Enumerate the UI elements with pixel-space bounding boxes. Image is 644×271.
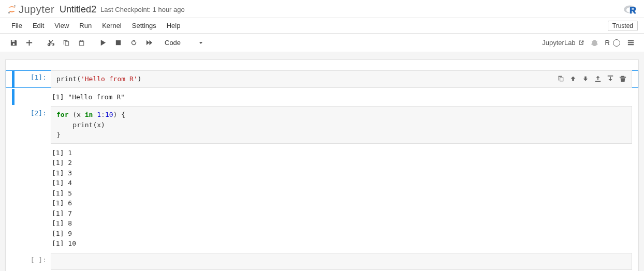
- save-button[interactable]: [6, 36, 21, 50]
- celltype-label: Code: [165, 39, 181, 47]
- input-prompt: [2]:: [14, 106, 51, 144]
- jupyter-logo[interactable]: Jupyter: [6, 4, 54, 16]
- menu-bar: FileEditViewRunKernelSettingsHelp Truste…: [0, 18, 644, 34]
- menu-view[interactable]: View: [49, 19, 74, 33]
- notebook: [1]:print('Hello from R')[1] "Hello from…: [5, 59, 639, 271]
- code-cell[interactable]: [1]:print('Hello from R'): [6, 70, 638, 88]
- code-input[interactable]: print('Hello from R'): [51, 70, 632, 88]
- delete-button[interactable]: [617, 73, 628, 84]
- input-prompt: [ ]:: [14, 253, 51, 270]
- r-kernel-logo: [623, 3, 638, 16]
- insert-cell-button[interactable]: [22, 36, 36, 50]
- insert-above-button[interactable]: [592, 73, 604, 84]
- kernel-name[interactable]: R: [605, 39, 610, 47]
- restart-button[interactable]: [126, 36, 141, 50]
- trusted-indicator[interactable]: Trusted: [608, 21, 638, 31]
- output-prompt: [14, 89, 51, 106]
- external-link-icon: [578, 39, 584, 46]
- cell-body: print('Hello from R'): [51, 70, 632, 88]
- svg-rect-4: [115, 40, 120, 45]
- notebook-header: Jupyter Untitled2 Last Checkpoint: 1 hou…: [0, 0, 644, 18]
- kernel-status-indicator[interactable]: [613, 39, 620, 47]
- cell-toolbar: [555, 73, 628, 84]
- output-row: [1] 1 [1] 2 [1] 3 [1] 4 [1] 5 [1] 6 [1] …: [6, 145, 638, 252]
- cell-output: [1] "Hello from R": [51, 89, 632, 106]
- code-input[interactable]: [51, 253, 632, 270]
- cell-body: [51, 253, 632, 270]
- chevron-down-icon: [198, 40, 203, 46]
- move-down-button[interactable]: [580, 73, 591, 84]
- insert-below-button[interactable]: [605, 73, 616, 84]
- cell-body: for (x in 1:10) { print(x) }: [51, 106, 632, 144]
- menu-file[interactable]: File: [6, 19, 27, 33]
- run-button[interactable]: [95, 36, 110, 50]
- svg-point-1: [8, 12, 10, 13]
- open-jupyterlab-link[interactable]: JupyterLab: [542, 39, 584, 47]
- notebook-scroll-area[interactable]: [1]:print('Hello from R')[1] "Hello from…: [0, 52, 644, 271]
- menu-settings[interactable]: Settings: [127, 19, 162, 33]
- menu-icon[interactable]: [623, 36, 638, 50]
- toolbar: Code JupyterLab R: [0, 34, 644, 52]
- menu-help[interactable]: Help: [162, 19, 186, 33]
- restart-run-all-button[interactable]: [142, 36, 156, 50]
- svg-point-0: [14, 5, 16, 7]
- checkpoint-text: Last Checkpoint: 1 hour ago: [100, 6, 185, 13]
- menu-edit[interactable]: Edit: [27, 19, 49, 33]
- code-cell[interactable]: [2]:for (x in 1:10) { print(x) }: [6, 106, 638, 144]
- input-prompt: [1]:: [14, 70, 51, 88]
- copy-button[interactable]: [58, 36, 73, 50]
- output-row: [1] "Hello from R": [6, 89, 638, 106]
- debugger-button[interactable]: [588, 36, 602, 50]
- cut-button[interactable]: [43, 36, 57, 50]
- code-input[interactable]: for (x in 1:10) { print(x) }: [51, 106, 632, 144]
- menu-run[interactable]: Run: [74, 19, 97, 33]
- paste-button[interactable]: [74, 36, 89, 50]
- interrupt-button[interactable]: [111, 36, 125, 50]
- celltype-select[interactable]: Code: [160, 38, 208, 48]
- jupyter-logo-text: Jupyter: [19, 4, 54, 16]
- code-cell[interactable]: [ ]:: [6, 253, 638, 270]
- move-up-button[interactable]: [567, 73, 579, 84]
- jupyter-icon: [6, 4, 18, 15]
- cell-output: [1] 1 [1] 2 [1] 3 [1] 4 [1] 5 [1] 6 [1] …: [51, 145, 632, 252]
- output-prompt: [14, 145, 51, 252]
- menu-kernel[interactable]: Kernel: [97, 19, 127, 33]
- duplicate-button[interactable]: [555, 73, 566, 84]
- notebook-title[interactable]: Untitled2: [60, 4, 96, 15]
